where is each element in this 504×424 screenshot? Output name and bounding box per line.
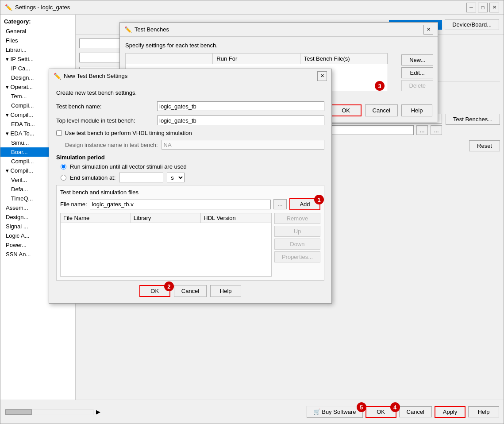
properties-button: Properties... [274,251,320,262]
sidebar-item-files[interactable]: Files [0,36,75,45]
testbenches-table-header: Run For Test Bench File(s) [126,54,388,64]
newtb-table-header: File Name Library HDL Version [61,213,271,223]
newtb-close-button[interactable]: ✕ [317,71,327,81]
browse-button[interactable]: ... [273,199,287,209]
newtb-dialog: ✏️ New Test Bench Settings ✕ Create new … [49,69,332,304]
testbenches-cancel-button[interactable]: Cancel [365,104,398,116]
newtb-title-left: ✏️ New Test Bench Settings [54,73,127,80]
end-sim-radio[interactable] [61,175,66,181]
newtb-cancel-button[interactable]: Cancel [174,285,207,297]
end-sim-unit-select[interactable]: s ms us ns [167,173,185,182]
edit-button[interactable]: Edit... [401,67,433,78]
newtb-help-button[interactable]: Help [210,285,241,297]
run-until-row: Run simulation until all vector stimuli … [56,163,324,170]
newtb-pencil-icon: ✏️ [54,73,61,80]
testbenches-close-button[interactable]: ✕ [423,25,433,35]
newtb-col-library: Library [131,213,201,223]
buy-software-button[interactable]: 🛒 Buy Software [307,406,363,418]
testbenches-title-left: ✏️ Test Benches [124,26,169,33]
test-benches-button[interactable]: Test Benches... [446,114,500,125]
design-instance-input[interactable] [162,140,324,150]
newtb-bottom-buttons: OK 2 Cancel Help [56,285,324,297]
tb-dots-btn2[interactable]: ... [431,125,442,135]
tb-dots-btn1[interactable]: ... [416,125,428,135]
scroll-arrow-right[interactable]: ▶ [96,409,100,415]
newtb-title: New Test Bench Settings [64,73,127,79]
badge-2: 2 [164,281,174,291]
horizontal-scrollbar[interactable] [5,409,93,415]
bottom-bar-left: ▶ [5,409,100,415]
newtb-table-area: File Name Library HDL Version Remove Up … [60,213,320,277]
vhdl-timing-row: Use test bench to perform VHDL timing si… [56,130,324,136]
run-until-radio[interactable] [61,164,66,170]
end-sim-label: End simulation at: [70,174,115,181]
newtb-ok-wrapper: OK 2 [139,285,170,297]
tb-col-empty [126,54,213,64]
sidebar-item-general[interactable]: General [0,27,75,36]
newtb-col-hdlversion: HDL Version [201,213,271,223]
files-title: Test bench and simulation files [60,189,320,196]
pencil-icon: ✏️ [5,4,12,11]
close-button[interactable]: ✕ [489,3,499,12]
file-name-input[interactable] [90,200,271,209]
newtb-side-buttons: Remove Up Down Properties... [274,213,320,277]
delete-button: Delete [401,80,433,91]
sidebar-item-ip-settings[interactable]: ▾ IP Setti... [0,54,75,64]
sidebar-item-libraries[interactable]: Librari... [0,45,75,54]
end-sim-input[interactable] [119,173,163,182]
tb-name-input[interactable] [157,101,324,111]
file-name-row: File name: ... Add 1 [60,198,320,210]
badge-1: 1 [314,195,324,204]
device-board-button[interactable]: Device/Board... [445,19,499,30]
up-button: Up [274,226,320,237]
badge-5: 5 [357,402,366,412]
design-instance-label: Design instance name in test bench: [56,142,158,148]
scrollbar-thumb [5,409,32,415]
help-button-main[interactable]: Help [468,406,499,417]
run-until-label: Run simulation until all vector stimuli … [70,163,187,170]
vhdl-timing-checkbox[interactable] [56,130,62,136]
testbenches-right-btns: New... Edit... Delete [401,54,433,91]
newtb-title-bar: ✏️ New Test Bench Settings ✕ [49,69,331,83]
category-label: Category: [0,15,75,27]
newtb-file-table: File Name Library HDL Version [60,213,272,277]
bottom-bar: ▶ 🛒 Buy Software 5 OK 4 Cancel Apply Hel… [0,400,504,424]
sim-period-title: Simulation period [56,154,324,161]
ok-button-wrapper: OK 4 [365,406,396,418]
title-bar-controls: ─ □ ✕ [466,3,499,12]
files-section: Test bench and simulation files File nam… [56,185,324,281]
bottom-bar-right: 🛒 Buy Software 5 OK 4 Cancel Apply Help [307,406,499,418]
top-level-label: Top level module in test bench: [56,117,154,124]
file-name-label: File name: [60,201,87,208]
main-window-title: Settings - logic_gates [15,4,70,11]
vhdl-timing-label: Use test bench to perform VHDL timing si… [65,130,192,136]
top-level-row: Top level module in test bench: [56,116,324,125]
testbenches-pencil-icon: ✏️ [124,26,132,33]
testbenches-title-bar: ✏️ Test Benches ✕ [120,23,438,37]
main-title-bar: ✏️ Settings - logic_gates ─ □ ✕ [0,0,504,15]
minimize-button[interactable]: ─ [466,3,476,12]
title-bar-left: ✏️ Settings - logic_gates [5,4,70,11]
cancel-button-main[interactable]: Cancel [399,406,432,417]
badge-4: 4 [390,402,400,412]
new-button[interactable]: New... [401,54,433,66]
newtb-body: Create new test bench settings. Test ben… [49,83,331,303]
maximize-button[interactable]: □ [478,3,488,12]
design-instance-row: Design instance name in test bench: [56,140,324,150]
tb-name-row: Test bench name: [56,101,324,111]
tb-col-run-for: Run For [213,54,300,64]
top-level-input[interactable] [157,116,324,125]
newtb-col-filename: File Name [61,213,131,223]
buy-button-wrapper: 🛒 Buy Software 5 [307,406,363,418]
newtb-create-label: Create new test bench settings. [56,89,324,96]
testbenches-help-button[interactable]: Help [401,104,432,116]
end-sim-row: End simulation at: s ms us ns [56,173,324,182]
badge-3: 3 [375,81,385,91]
apply-button[interactable]: Apply [435,406,466,418]
remove-button: Remove [274,213,320,224]
add-button-wrapper: Add 1 [289,198,320,210]
tb-name-label: Test bench name: [56,103,154,110]
reset-button[interactable]: Reset [469,140,500,151]
tb-col-files: Test Bench File(s) [300,54,388,64]
testbenches-ok-button[interactable]: OK [331,104,362,116]
